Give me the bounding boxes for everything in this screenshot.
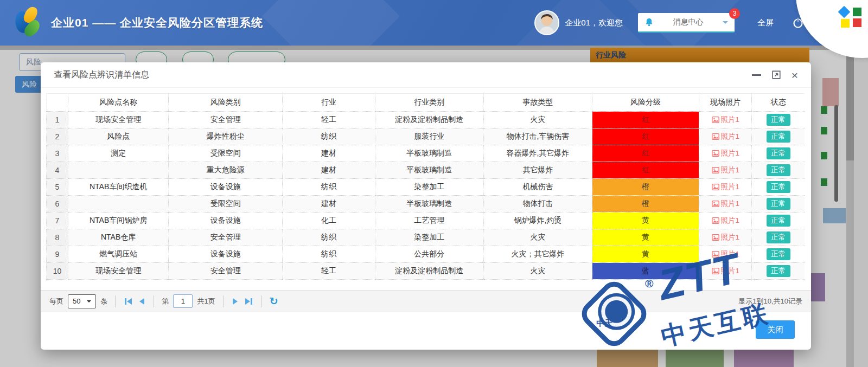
risk-list-modal: 查看风险点辨识清单信息 × 风险点名称风险类别行业行业类别事故类型风险分级现场照… — [41, 62, 811, 350]
cell-num: 1 — [47, 112, 68, 128]
risk-grade-cell: 红 — [592, 145, 699, 162]
photo-link[interactable]: 照片1 — [712, 132, 740, 141]
cell-itype: 淀粉及淀粉制品制造 — [375, 263, 483, 280]
cell-num: 8 — [47, 229, 68, 246]
divider — [261, 295, 262, 307]
image-icon — [712, 251, 719, 257]
cell-industry: 建材 — [283, 162, 375, 179]
photo-link[interactable]: 照片1 — [712, 199, 740, 209]
close-button[interactable]: 关闭 — [756, 320, 795, 339]
divider — [223, 295, 224, 307]
image-icon — [712, 167, 719, 173]
photo-cell: 照片1 — [699, 112, 752, 128]
status-cell: 正常 — [752, 196, 805, 213]
risk-table: 风险点名称风险类别行业行业类别事故类型风险分级现场照片状态 1现场安全管理安全管… — [46, 93, 805, 280]
photo-link[interactable]: 照片1 — [712, 216, 740, 226]
cell-name: 风险点 — [68, 128, 169, 145]
avatar-image — [535, 11, 558, 34]
table-row: 4重大危险源建材平板玻璃制造其它爆炸红照片1正常 — [47, 162, 805, 179]
photo-cell: 照片1 — [699, 179, 752, 196]
risk-table-body: 1现场安全管理安全管理轻工淀粉及淀粉制品制造火灾红照片1正常2风险点爆炸性粉尘纺… — [47, 112, 805, 280]
status-badge: 正常 — [767, 131, 790, 143]
chevron-down-icon — [723, 21, 728, 27]
photo-cell: 照片1 — [699, 162, 752, 179]
prev-page-icon[interactable] — [138, 298, 146, 305]
page-number-input[interactable] — [173, 294, 193, 308]
cell-num: 3 — [47, 145, 68, 162]
yellow-square-icon — [841, 19, 850, 28]
green-square-icon — [853, 8, 861, 16]
table-row: 8NTAB仓库安全管理纺织染整加工火灾黄照片1正常 — [47, 229, 805, 246]
photo-link[interactable]: 照片1 — [712, 266, 740, 276]
status-cell: 正常 — [752, 112, 805, 128]
refresh-icon[interactable]: ↻ — [270, 296, 278, 306]
unit-label: 条 — [100, 297, 107, 306]
minimize-icon[interactable] — [752, 74, 761, 76]
photo-link[interactable]: 照片1 — [712, 165, 740, 175]
status-badge: 正常 — [767, 215, 790, 227]
cell-itype: 半板玻璃制造 — [375, 196, 483, 213]
cell-accident: 锅炉爆炸,灼烫 — [483, 213, 592, 229]
photo-cell: 照片1 — [699, 128, 752, 145]
table-row: 10现场安全管理安全管理轻工淀粉及淀粉制品制造火灾蓝照片1正常 — [47, 263, 805, 280]
photo-link[interactable]: 照片1 — [712, 115, 740, 125]
cell-industry: 化工 — [283, 213, 375, 229]
cell-name — [68, 196, 169, 213]
col-header-photo: 现场照片 — [699, 94, 752, 112]
cell-name: 燃气调压站 — [68, 246, 169, 263]
image-icon — [712, 268, 719, 274]
cell-itype: 平板玻璃制造 — [375, 162, 483, 179]
avatar[interactable] — [534, 10, 559, 35]
header-decoration — [262, 0, 400, 46]
next-page-icon[interactable] — [231, 298, 239, 305]
brand: 企业01 —— 企业安全风险分区管理系统 — [15, 7, 263, 39]
maximize-icon[interactable] — [772, 70, 781, 79]
message-center-button[interactable]: 消息中心 3 — [638, 13, 735, 33]
cell-itype: 工艺管理 — [375, 213, 483, 229]
app-root: 企业01 —— 企业安全风险分区管理系统 企业01，欢迎您 消息中心 3 — [0, 0, 868, 367]
cell-name: NTAB车间织造机 — [68, 179, 169, 196]
corner-widget[interactable] — [808, 0, 868, 57]
col-header-grade: 风险分级 — [592, 94, 699, 112]
cell-name: NTAB仓库 — [68, 229, 169, 246]
pagination-bar: 每页 50 条 第 共1页 ↻ 显示1到10,共10记录 — [41, 290, 811, 312]
cell-category: 设备设施 — [169, 246, 283, 263]
risk-grade-cell: 蓝 — [592, 263, 699, 280]
bell-icon — [644, 18, 654, 27]
cell-name — [68, 162, 169, 179]
photo-cell: 照片1 — [699, 246, 752, 263]
risk-grade-cell: 黄 — [592, 246, 699, 263]
col-header-name: 风险点名称 — [68, 94, 169, 112]
cell-accident: 火灾 — [483, 229, 592, 246]
divider — [115, 295, 116, 307]
app-title: 企业01 —— 企业安全风险分区管理系统 — [51, 15, 263, 30]
cell-itype: 染整加工 — [375, 229, 483, 246]
status-cell: 正常 — [752, 229, 805, 246]
cell-industry: 轻工 — [283, 263, 375, 280]
photo-cell: 照片1 — [699, 229, 752, 246]
status-badge: 正常 — [767, 198, 790, 210]
status-cell: 正常 — [752, 162, 805, 179]
cell-num: 2 — [47, 128, 68, 145]
cell-num: 4 — [47, 162, 68, 179]
col-header-status: 状态 — [752, 94, 805, 112]
page-size-select[interactable]: 50 — [68, 294, 96, 308]
page-label: 第 — [162, 297, 169, 306]
modal-title: 查看风险点辨识清单信息 — [54, 69, 149, 81]
status-badge: 正常 — [767, 231, 790, 243]
table-row: 3测定受限空间建材半板玻璃制造容器爆炸,其它爆炸红照片1正常 — [47, 145, 805, 162]
image-icon — [712, 184, 719, 190]
cell-category: 重大危险源 — [169, 162, 283, 179]
photo-link[interactable]: 照片1 — [712, 249, 740, 259]
photo-link[interactable]: 照片1 — [712, 182, 740, 192]
first-page-icon[interactable] — [123, 298, 133, 305]
close-icon[interactable]: × — [792, 69, 798, 81]
fullscreen-button[interactable]: 全屏 — [757, 18, 774, 28]
photo-link[interactable]: 照片1 — [712, 149, 740, 158]
photo-link[interactable]: 照片1 — [712, 233, 740, 242]
cell-industry: 纺织 — [283, 246, 375, 263]
modal-header: 查看风险点辨识清单信息 × — [41, 62, 811, 88]
table-header-row: 风险点名称风险类别行业行业类别事故类型风险分级现场照片状态 — [47, 94, 805, 112]
cell-accident: 物体打击 — [483, 196, 592, 213]
last-page-icon[interactable] — [244, 298, 254, 305]
